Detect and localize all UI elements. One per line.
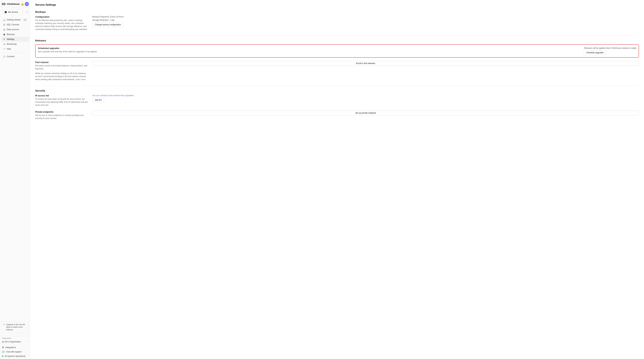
- chat-support-label: Chat with support: [6, 351, 22, 353]
- backup-configuration-row: Configuration For an effective data prot…: [35, 15, 639, 31]
- fast-channel-row: Fast channel Get early access to the lat…: [35, 61, 639, 81]
- enroll-fast-releases-button[interactable]: Enroll in fast releases: [92, 61, 639, 66]
- schedule-upgrades-button[interactable]: Schedule upgrades: [584, 50, 606, 55]
- logo-icon: [2, 3, 6, 5]
- header-actions: 🔔 DA: [21, 2, 29, 6]
- org-name: DA's Organization: [5, 341, 21, 343]
- add-service-button[interactable]: +: [25, 10, 29, 14]
- private-endpoints-desc: Set up one or more endpoints to connect …: [35, 114, 89, 120]
- database-icon: ◎: [3, 28, 5, 31]
- nav-label: Backups: [7, 33, 15, 35]
- backup-retention: Storage Retention: 1 day: [92, 19, 639, 21]
- service-selector[interactable]: ⬛ test service ⌄: [3, 10, 23, 14]
- ip-access-info: You can connect to this service from any…: [92, 94, 639, 97]
- ip-access-label: IP access list: [35, 94, 89, 97]
- nav-label: Settings: [7, 38, 14, 40]
- fast-channel-left: Fast channel Get early access to the lat…: [35, 61, 89, 81]
- sidebar-item-backups[interactable]: ▣ Backups: [1, 32, 29, 37]
- nav-section: ⚓ Getting started 1/5 ⊡ SQL Console ◎ Da…: [0, 16, 30, 322]
- private-endpoints-left: Private endpoints Set up one or more end…: [35, 111, 89, 120]
- help-circle-icon: ?: [3, 48, 5, 50]
- scheduled-upgrades-box: Scheduled upgrades Set a specific time a…: [35, 44, 639, 58]
- change-backup-button[interactable]: Change backup configuration: [92, 22, 124, 27]
- avatar[interactable]: DA: [25, 2, 29, 6]
- bottom-links: ⛓ Integrations 💬 Chat with support All s…: [0, 345, 30, 359]
- service-name: test service: [8, 11, 19, 13]
- private-endpoints-label: Private endpoints: [35, 111, 89, 113]
- backups-section: Backups Configuration For an effective d…: [35, 10, 639, 31]
- upgrade-text: Upgrade in the next 30 days to unlock mo…: [6, 323, 27, 331]
- backups-title: Backups: [35, 10, 639, 13]
- sidebar-header: ClickHouse 🔔 DA: [0, 0, 30, 7]
- fast-channel-label: Fast channel: [35, 61, 89, 63]
- page-title: Service Settings: [35, 3, 639, 6]
- main-content: Service Settings Backups Configuration F…: [30, 0, 644, 359]
- nav-label: Monitoring: [7, 43, 16, 45]
- releases-section: Releases Scheduled upgrades Set a specif…: [35, 39, 639, 81]
- sliders-icon: ≡: [3, 38, 5, 40]
- org-icon: ▤: [2, 341, 4, 343]
- activity-icon: ⊙: [3, 43, 5, 45]
- notification-icon[interactable]: 🔔: [21, 3, 24, 5]
- sidebar-item-sql-console[interactable]: ⊡ SQL Console: [1, 22, 29, 27]
- org-item[interactable]: ▤ DA's Organization ›: [0, 340, 30, 344]
- learn-more-link[interactable]: Learn more: [75, 78, 86, 81]
- nav-label: SQL Console: [7, 23, 19, 26]
- backup-config-right: Backup Frequency: Every 24 hours Storage…: [92, 15, 639, 27]
- message-icon: 💬: [2, 351, 4, 353]
- integrations-link[interactable]: ⛓ Integrations: [0, 345, 30, 350]
- status-dot-icon: [2, 356, 3, 357]
- sidebar-item-getting-started[interactable]: ⚓ Getting started 1/5: [1, 17, 29, 22]
- anywhere-link[interactable]: anywhere: [125, 94, 134, 97]
- chat-support-link[interactable]: 💬 Chat with support: [0, 350, 30, 354]
- ip-access-info-text: You can connect to this service from: [92, 94, 125, 97]
- backup-config-desc: For an effective data protection plan, s…: [35, 19, 89, 31]
- security-title: Security: [35, 89, 639, 92]
- fast-channel-desc2: While we conduct extensive testing on al…: [35, 72, 89, 81]
- chevron-right-icon: ›: [28, 341, 28, 343]
- sidebar: ClickHouse 🔔 DA ⬛ test service ⌄ + ⚓ Get…: [0, 0, 30, 359]
- upgrade-box: ⏱ Upgrade in the next 30 days to unlock …: [1, 322, 29, 333]
- ip-access-left: IP access list To ensure an extra layer …: [35, 94, 89, 107]
- security-section: Security IP access list To ensure an ext…: [35, 89, 639, 120]
- plug-icon: ⬡: [3, 55, 5, 58]
- nav-label: Data sources: [7, 28, 19, 31]
- backup-config-left: Configuration For an effective data prot…: [35, 15, 89, 31]
- ip-access-row: IP access list To ensure an extra layer …: [35, 94, 639, 107]
- scheduled-upgrades-row: Scheduled upgrades Set a specific time a…: [38, 47, 636, 55]
- ip-access-right: You can connect to this service from any…: [92, 94, 639, 102]
- sidebar-item-help[interactable]: ? Help: [1, 47, 29, 51]
- status-link[interactable]: All systems operational: [0, 354, 30, 358]
- org-label: Organization: [0, 336, 30, 340]
- releases-title: Releases: [35, 39, 639, 42]
- private-endpoints-right: Set up private endpoint: [92, 111, 639, 115]
- sidebar-item-settings[interactable]: ≡ Settings: [1, 37, 29, 41]
- scheduled-upgrades-desc: Set a specific time and day of the week …: [38, 50, 581, 53]
- status-label: All systems operational: [5, 355, 25, 357]
- sidebar-item-data-sources[interactable]: ◎ Data sources: [1, 27, 29, 32]
- org-section: Organization ▤ DA's Organization ›: [0, 336, 30, 345]
- nav-label: Getting started: [7, 18, 20, 21]
- ip-access-desc: To ensure an extra layer of security for…: [35, 97, 89, 107]
- sidebar-item-monitoring[interactable]: ⊙ Monitoring: [1, 42, 29, 46]
- set-up-private-endpoint-button[interactable]: Set up private endpoint: [92, 111, 639, 115]
- fast-channel-right: Enroll in fast releases: [92, 61, 639, 66]
- backup-config-label: Configuration: [35, 15, 89, 18]
- scheduled-upgrades-label: Scheduled upgrades: [38, 47, 581, 49]
- fast-channel-desc1: Get early access to the latest features,…: [35, 64, 89, 70]
- nav-label: Help: [7, 48, 11, 50]
- integrations-label: Integrations: [5, 346, 16, 349]
- nav-label: Connect: [7, 55, 14, 58]
- scheduled-upgrades-status: Releases will be applied when ClickHouse…: [584, 47, 636, 49]
- backup-frequency: Backup Frequency: Every 24 hours: [92, 15, 639, 18]
- add-ips-button[interactable]: Add IPs: [92, 98, 104, 102]
- terminal-icon: ⊡: [3, 23, 5, 26]
- app-name: ClickHouse: [7, 3, 20, 5]
- service-icon: ⬛: [4, 11, 7, 13]
- sidebar-item-connect[interactable]: ⬡ Connect: [1, 54, 29, 59]
- clock-icon: ⏱: [3, 324, 5, 326]
- chevron-down-icon: ⌄: [20, 11, 21, 13]
- scheduled-upgrades-right: Releases will be applied when ClickHouse…: [584, 47, 636, 55]
- private-endpoints-row: Private endpoints Set up one or more end…: [35, 111, 639, 120]
- box-icon: ▣: [3, 33, 5, 35]
